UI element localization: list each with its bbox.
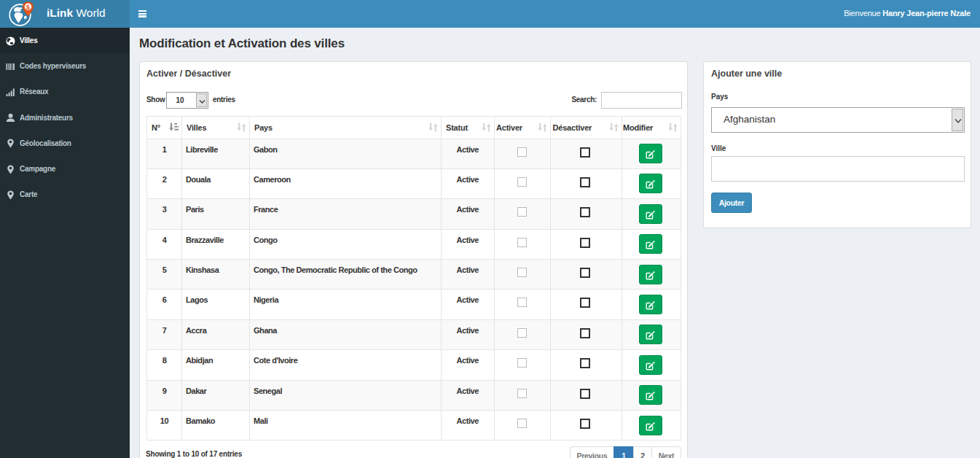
- svg-text:$: $: [26, 3, 31, 11]
